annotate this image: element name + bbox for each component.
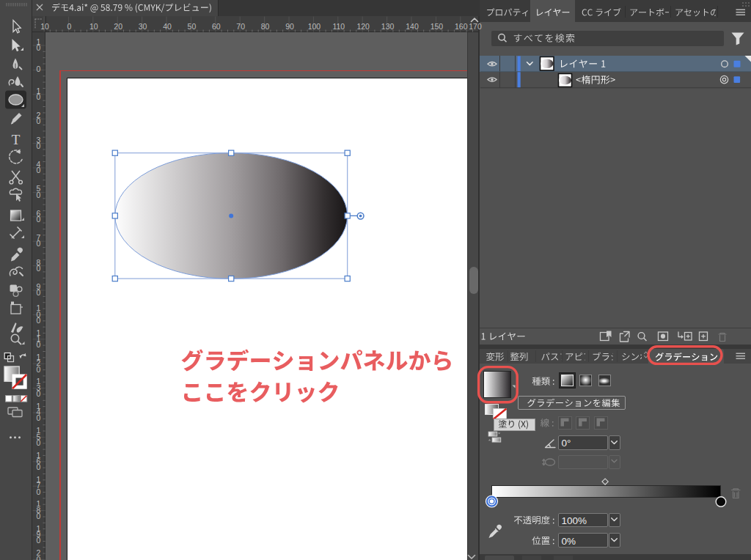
svg-text:10: 10 bbox=[89, 22, 98, 31]
svg-text:0: 0 bbox=[37, 536, 41, 545]
svg-text:0°: 0° bbox=[562, 438, 571, 449]
svg-text:0: 0 bbox=[37, 239, 41, 248]
svg-text:0: 0 bbox=[37, 555, 41, 560]
svg-text:0: 0 bbox=[37, 117, 41, 125]
svg-text:100: 100 bbox=[308, 22, 321, 31]
svg-text:0: 0 bbox=[37, 438, 41, 447]
svg-text:0: 0 bbox=[37, 487, 41, 496]
svg-text:0: 0 bbox=[37, 141, 41, 150]
svg-text:50: 50 bbox=[188, 22, 197, 31]
svg-text:10: 10 bbox=[40, 22, 49, 31]
svg-text:0: 0 bbox=[37, 288, 41, 297]
svg-text:0: 0 bbox=[37, 389, 41, 398]
svg-text:T: T bbox=[12, 132, 21, 147]
svg-text:130: 130 bbox=[381, 22, 395, 31]
svg-text:70: 70 bbox=[236, 22, 245, 31]
svg-text:0: 0 bbox=[37, 215, 41, 224]
svg-text:30: 30 bbox=[139, 22, 147, 31]
svg-text:0: 0 bbox=[37, 65, 41, 73]
svg-text:40: 40 bbox=[163, 22, 172, 31]
svg-text:0: 0 bbox=[37, 316, 41, 325]
svg-text:0%: 0% bbox=[562, 536, 576, 547]
svg-text:0: 0 bbox=[37, 43, 41, 52]
svg-text:160: 160 bbox=[455, 22, 468, 31]
svg-text:0: 0 bbox=[37, 463, 41, 471]
svg-text:100%: 100% bbox=[562, 515, 587, 526]
svg-text:170: 170 bbox=[469, 22, 482, 31]
svg-text:90: 90 bbox=[285, 22, 294, 31]
svg-text:0: 0 bbox=[37, 365, 41, 374]
svg-text:110: 110 bbox=[332, 22, 345, 31]
svg-text:0: 0 bbox=[37, 413, 41, 422]
svg-text:0: 0 bbox=[37, 166, 41, 174]
svg-text:0: 0 bbox=[37, 512, 41, 520]
svg-text:0: 0 bbox=[37, 340, 41, 349]
svg-text:80: 80 bbox=[261, 22, 270, 31]
svg-text:0: 0 bbox=[67, 22, 71, 31]
svg-text:0: 0 bbox=[37, 92, 41, 101]
svg-text:60: 60 bbox=[212, 22, 221, 31]
svg-text:0: 0 bbox=[37, 191, 41, 199]
svg-text:120: 120 bbox=[356, 22, 370, 31]
svg-text:150: 150 bbox=[431, 22, 444, 31]
svg-text:140: 140 bbox=[406, 22, 419, 31]
svg-text:20: 20 bbox=[114, 22, 122, 31]
svg-text:0: 0 bbox=[37, 264, 41, 273]
